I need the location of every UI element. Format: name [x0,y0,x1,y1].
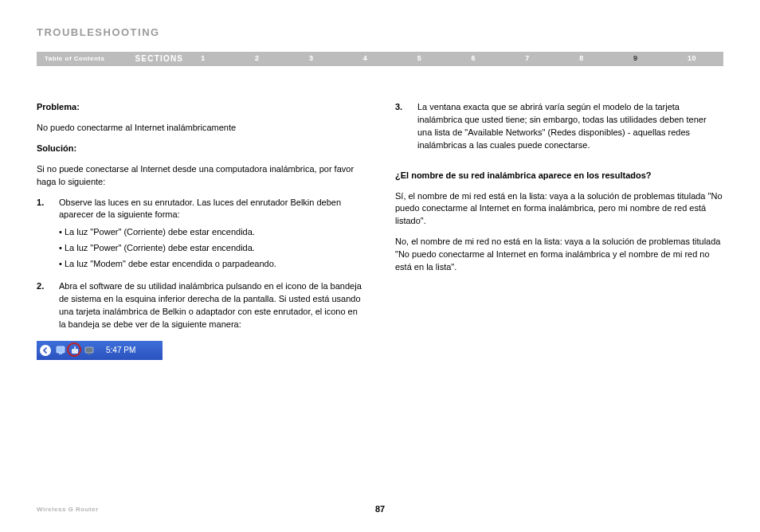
nav-section-2[interactable]: 2 [255,53,260,64]
step-2-text: Abra el software de su utilidad inalámbr… [59,281,362,329]
nav-toc-link[interactable]: Table of Contents [37,54,112,64]
step-3-number: 3. [395,101,402,114]
left-column: Problema: No puedo conectarme al Interne… [37,101,365,360]
system-tray-image: 5:47 PM [37,341,163,360]
svg-rect-4 [85,347,93,353]
solucion-label: Solución: [37,143,365,155]
right-column: 3. La ventana exacta que se abrirá varía… [395,101,723,360]
nav-section-8[interactable]: 8 [579,53,584,64]
nav-section-5[interactable]: 5 [417,53,422,64]
monitor-icon [84,345,95,356]
nav-section-10[interactable]: 10 [688,53,696,64]
tray-highlight-circle [67,342,81,357]
section-heading: TROUBLESHOOTING [37,25,723,41]
content-columns: Problema: No puedo conectarme al Interne… [37,101,723,360]
nav-section-9[interactable]: 9 [633,53,638,64]
nav-section-3[interactable]: 3 [309,53,314,64]
solution-steps: Observe las luces en su enrutador. Las l… [37,197,365,331]
step-3: 3. La ventana exacta que se abrirá varía… [395,101,723,152]
nav-section-1[interactable]: 1 [201,53,206,64]
problema-label: Problema: [37,101,365,114]
step-1-text: Observe las luces en su enrutador. Las l… [59,198,341,220]
nav-section-4[interactable]: 4 [363,53,368,64]
page: TROUBLESHOOTING Table of Contents SECTIO… [0,0,760,360]
step-3-text: La ventana exacta que se abrirá varía se… [417,102,707,150]
bullet-3: La luz "Modem" debe estar encendida o pa… [59,258,365,271]
network-icon [55,345,66,356]
answer-no: No, el nombre de mi red no está en la li… [395,236,723,274]
nav-sections-label: SECTIONS [112,53,201,65]
solucion-intro: Si no puede conectarse al Internet desde… [37,163,365,189]
nav-section-7[interactable]: 7 [525,53,530,64]
nav-section-6[interactable]: 6 [471,53,476,64]
step-1-bullets: La luz "Power" (Corriente) debe estar en… [59,226,365,271]
problema-text: No puedo conectarme al Internet inalámbr… [37,122,365,135]
tray-clock: 5:47 PM [106,345,135,357]
bullet-2: La luz "Power" (Corriente) debe estar en… [59,242,365,255]
nav-bar: Table of Contents SECTIONS 1 2 3 4 5 6 7… [37,52,723,66]
answer-yes: Sí, el nombre de mi red está en la lista… [395,190,723,229]
bullet-1: La luz "Power" (Corriente) debe estar en… [59,226,365,239]
svg-rect-0 [57,346,65,353]
page-number: 87 [0,503,760,516]
question-heading: ¿El nombre de su red inalámbrica aparece… [395,170,723,182]
nav-numbers: 1 2 3 4 5 6 7 8 9 10 [201,53,723,64]
step-2: Abra el software de su utilidad inalámbr… [37,280,365,331]
svg-rect-1 [59,353,62,354]
tray-expand-icon [40,345,51,356]
step-1: Observe las luces en su enrutador. Las l… [37,197,365,272]
svg-rect-5 [88,353,91,354]
